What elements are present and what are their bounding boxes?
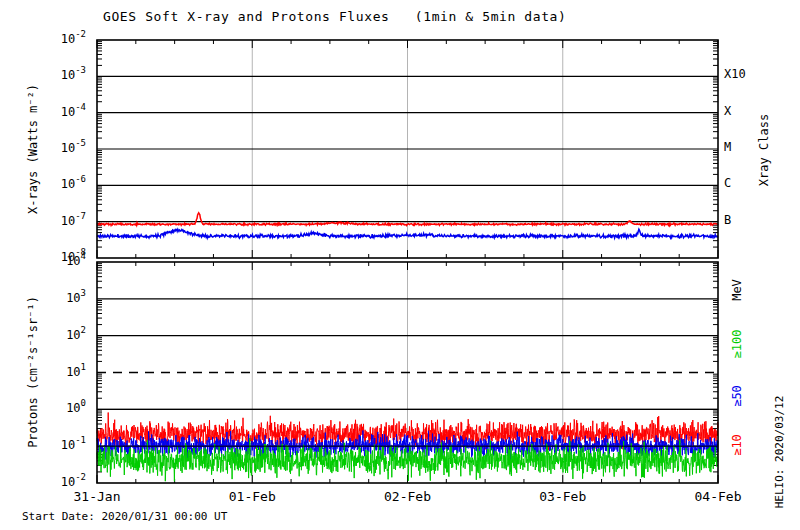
proton-ytick-label: 103 xyxy=(24,290,86,305)
xray-ytick-label: 10-2 xyxy=(24,31,86,46)
x-tick-label: 03-Feb xyxy=(523,490,603,504)
chart-title: GOES Soft X-ray and Protons Fluxes (1min… xyxy=(103,9,566,24)
proton-ytick-label: 102 xyxy=(24,327,86,342)
proton-ytick-label: 10-1 xyxy=(24,437,86,452)
proton-ytick-label: 104 xyxy=(24,253,86,268)
credit-label: HELIO: 2020/03/12 xyxy=(774,396,785,509)
x-tick-label: 04-Feb xyxy=(678,490,758,504)
energy-threshold-label: ≥50 xyxy=(731,385,743,407)
xray-ytick-label: 10-6 xyxy=(24,176,86,191)
xray-class-label: C xyxy=(724,177,731,190)
start-date-label: Start Date: 2020/01/31 00:00 UT xyxy=(22,510,227,523)
energy-threshold-label: ≥100 xyxy=(731,330,743,359)
xray-class-label: M xyxy=(724,141,731,154)
xray-ytick-label: 10-3 xyxy=(24,67,86,82)
xray-class-axis-label: Xray Class xyxy=(758,114,770,186)
energy-threshold-label: ≥10 xyxy=(731,434,743,456)
x-tick-label: 31-Jan xyxy=(57,490,137,504)
xray-ytick-label: 10-7 xyxy=(24,213,86,228)
goes-flux-chart xyxy=(0,0,800,530)
xray-class-label: X xyxy=(724,105,731,118)
mev-axis-label: MeV xyxy=(731,279,743,301)
x-tick-label: 01-Feb xyxy=(212,490,292,504)
proton-ytick-label: 10-2 xyxy=(24,474,86,489)
x-tick-label: 02-Feb xyxy=(368,490,448,504)
xray-class-label: B xyxy=(724,214,731,227)
proton-ytick-label: 101 xyxy=(24,364,86,379)
xray-ytick-label: 10-5 xyxy=(24,140,86,155)
proton-ytick-label: 100 xyxy=(24,400,86,415)
xray-ytick-label: 10-4 xyxy=(24,104,86,119)
goes-flux-figure: { "title": "GOES Soft X-ray and Protons … xyxy=(0,0,800,530)
xray-class-label: X10 xyxy=(724,68,746,81)
